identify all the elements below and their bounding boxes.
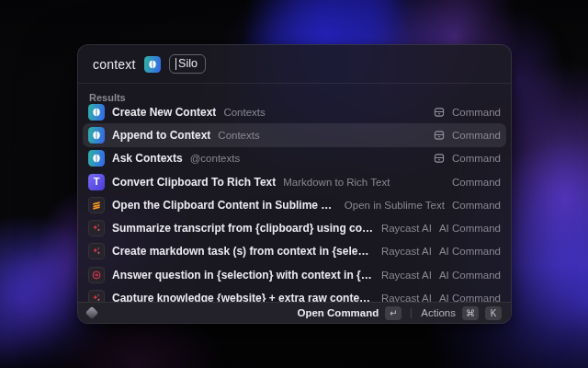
raycast-launcher-window: context Silo Results Create New ContextC… bbox=[77, 44, 512, 324]
result-accessory: Command bbox=[433, 152, 501, 165]
result-title: Create markdown task (s) from context in… bbox=[112, 245, 374, 258]
result-type-label: Command bbox=[452, 130, 501, 141]
result-subtitle: Raycast AI bbox=[381, 270, 432, 281]
result-subtitle: @contexts bbox=[190, 153, 241, 164]
result-title: Capture knowledge {website} + extra raw … bbox=[112, 292, 374, 302]
list-item[interactable]: Append to ContextContextsCommand bbox=[83, 123, 506, 146]
result-title: Ask Contexts bbox=[112, 152, 183, 165]
result-title: Create New Context bbox=[112, 106, 216, 119]
extension-diamond-icon bbox=[85, 306, 98, 319]
result-subtitle: Open in Sublime Text bbox=[345, 200, 445, 211]
result-type-label: AI Command bbox=[439, 223, 501, 234]
result-accessory: Command bbox=[452, 200, 501, 211]
search-bar[interactable]: context Silo bbox=[78, 45, 511, 84]
result-subtitle: Markdown to Rich Text bbox=[283, 177, 390, 188]
result-accessory: Command bbox=[433, 129, 501, 142]
results-list: Create New ContextContextsCommandAppend … bbox=[78, 100, 511, 302]
list-item[interactable]: TConvert Clipboard To Rich TextMarkdown … bbox=[83, 170, 506, 193]
result-type-label: AI Command bbox=[439, 270, 501, 281]
result-type-label: Command bbox=[452, 200, 501, 211]
list-item[interactable]: Ask Contexts@contextsCommand bbox=[83, 147, 506, 170]
result-title: Convert Clipboard To Rich Text bbox=[112, 176, 276, 189]
command-icon bbox=[433, 152, 446, 165]
argument-value: Silo bbox=[178, 57, 198, 70]
result-title: Answer question in {selection} with cont… bbox=[112, 269, 374, 282]
result-subtitle: Contexts bbox=[223, 107, 265, 118]
result-subtitle: Raycast AI bbox=[381, 246, 432, 257]
result-accessory: Command bbox=[433, 106, 501, 119]
result-type-label: Command bbox=[452, 107, 501, 118]
result-title: Summarize transcript from {clipboard} us… bbox=[112, 222, 374, 235]
result-type-label: AI Command bbox=[439, 246, 501, 257]
list-item[interactable]: Create New ContextContextsCommand bbox=[83, 100, 506, 123]
command-icon bbox=[433, 106, 446, 119]
text-caret bbox=[175, 58, 177, 70]
footer-bar: Open Command ↵ Actions ⌘ K bbox=[78, 302, 511, 323]
result-accessory: Command bbox=[452, 177, 501, 188]
answer-arrow-icon bbox=[88, 267, 105, 283]
result-title: Open the Clipboard Content in Sublime Te… bbox=[112, 199, 337, 212]
brain-icon bbox=[88, 150, 105, 167]
result-type-label: Command bbox=[452, 153, 501, 164]
ai-sparkle-icon bbox=[88, 220, 105, 236]
result-title: Append to Context bbox=[112, 129, 210, 142]
k-key-hint: K bbox=[485, 306, 502, 320]
result-accessory: AI Command bbox=[439, 246, 501, 257]
brain-icon bbox=[144, 56, 161, 73]
ai-sparkle-icon bbox=[88, 290, 105, 302]
result-subtitle: Raycast AI bbox=[381, 223, 432, 234]
result-accessory: AI Command bbox=[439, 293, 501, 302]
result-accessory: AI Command bbox=[439, 270, 501, 281]
list-item[interactable]: Create markdown task (s) from context in… bbox=[83, 240, 506, 263]
result-type-label: AI Command bbox=[439, 293, 501, 302]
list-item[interactable]: Answer question in {selection} with cont… bbox=[83, 263, 506, 286]
actions-button[interactable]: Actions bbox=[421, 307, 456, 318]
footer-divider bbox=[411, 308, 412, 318]
brain-icon bbox=[88, 104, 105, 121]
ai-sparkle-icon bbox=[88, 243, 105, 259]
cmd-key-hint: ⌘ bbox=[462, 306, 479, 320]
list-item[interactable]: Open the Clipboard Content in Sublime Te… bbox=[83, 193, 506, 216]
argument-pill-silo[interactable]: Silo bbox=[169, 54, 206, 74]
search-input[interactable]: context bbox=[93, 57, 136, 72]
list-item[interactable]: Summarize transcript from {clipboard} us… bbox=[83, 216, 506, 239]
result-type-label: Command bbox=[452, 177, 501, 188]
result-accessory: AI Command bbox=[439, 223, 501, 234]
list-item[interactable]: Capture knowledge {website} + extra raw … bbox=[83, 286, 506, 302]
result-subtitle: Contexts bbox=[218, 130, 259, 141]
sublime-text-icon bbox=[88, 197, 105, 213]
letter-t-icon: T bbox=[88, 174, 105, 190]
result-subtitle: Raycast AI bbox=[381, 293, 432, 302]
open-command-action[interactable]: Open Command bbox=[297, 307, 379, 318]
brain-icon bbox=[88, 127, 105, 144]
return-key-hint: ↵ bbox=[385, 306, 401, 320]
command-icon bbox=[433, 129, 446, 142]
